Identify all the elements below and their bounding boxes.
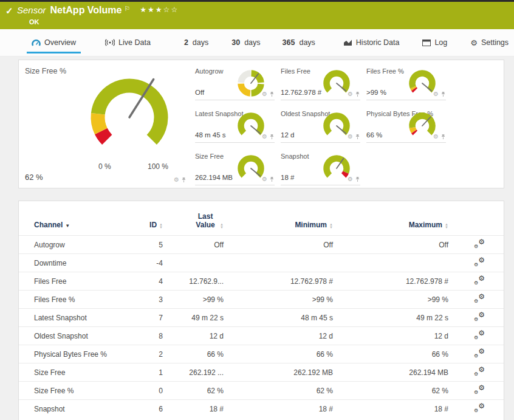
mini-gauge-title: Files Free xyxy=(281,67,310,75)
tab-overview[interactable]: Overview xyxy=(29,29,78,56)
channel-maximum: 66 % xyxy=(333,345,448,363)
mini-gauge-size-free: Size Free262.194 MB ⚙ xyxy=(195,145,275,185)
tab-live-data-label: Live Data xyxy=(118,38,151,47)
channel-minimum: 48 m 45 s xyxy=(224,309,333,327)
channel-maximum: >99 % xyxy=(333,291,448,309)
column-header-maximum[interactable]: Maximum▲▼ xyxy=(333,201,448,236)
channel-minimum xyxy=(224,254,333,272)
channel-last-value: 66 % xyxy=(163,345,224,363)
gauge-settings-gear-icon[interactable]: ⚙ xyxy=(348,91,353,97)
column-header-id[interactable]: ID▲▼ xyxy=(143,201,163,236)
channel-maximum: Off xyxy=(333,236,448,254)
mini-gauge-title: Autogrow xyxy=(195,67,223,75)
mini-gauge-value: 262.194 MB xyxy=(195,174,233,181)
channel-actions-cell: ⚙⚙ xyxy=(448,272,504,291)
column-header-channel[interactable]: Channel▼ xyxy=(19,201,143,236)
flag-icon[interactable]: ⚐ xyxy=(124,5,130,12)
channel-settings-gears-icon[interactable]: ⚙⚙ xyxy=(474,367,485,376)
channel-name: Files Free xyxy=(19,272,143,291)
channel-maximum: 49 m 22 s xyxy=(333,309,448,327)
tab-live-data[interactable]: Live Data xyxy=(103,29,153,56)
mini-gauge-title: Snapshot xyxy=(281,153,309,160)
channel-actions-cell: ⚙⚙ xyxy=(448,363,504,382)
gauge-settings-gear-icon[interactable]: ⚙ xyxy=(262,176,267,182)
table-row-snapshot: Snapshot618 #18 #18 #⚙⚙ xyxy=(19,400,504,418)
column-header-minimum[interactable]: Minimum▲▼ xyxy=(224,201,333,236)
primary-gauge-max-label: 100 % xyxy=(148,162,168,171)
tab-settings-label: Settings xyxy=(481,38,509,47)
pin-icon[interactable] xyxy=(355,91,360,97)
priority-stars[interactable]: ★★★☆☆ xyxy=(140,5,179,14)
table-row-downtime: Downtime-4⚙⚙ xyxy=(19,254,504,272)
tab-2-days[interactable]: 2 days xyxy=(182,29,211,56)
channel-last-value: 62 % xyxy=(163,382,224,400)
channel-actions-cell: ⚙⚙ xyxy=(448,327,504,345)
mini-gauge-latest-snapshot: Latest Snapshot48 m 45 s ⚙ xyxy=(195,103,275,143)
channel-settings-gears-icon[interactable]: ⚙⚙ xyxy=(474,385,485,394)
gauge-settings-gear-icon[interactable]: ⚙ xyxy=(433,134,439,140)
channel-settings-gears-icon[interactable]: ⚙⚙ xyxy=(474,294,485,303)
tab-settings[interactable]: ⚙ Settings xyxy=(468,29,511,56)
gauge-settings-gear-icon[interactable]: ⚙ xyxy=(348,134,353,140)
channel-id: 2 xyxy=(143,345,163,363)
gauge-settings-gear-icon[interactable]: ⚙ xyxy=(433,91,439,97)
gauge-settings-gear-icon[interactable]: ⚙ xyxy=(262,134,267,140)
mini-gauge-value: >99 % xyxy=(366,89,386,96)
channel-last-value: 262.192 ... xyxy=(163,363,224,382)
channel-actions-cell: ⚙⚙ xyxy=(448,309,504,327)
mini-gauge-value: 12.762.978 # xyxy=(281,89,321,96)
pin-icon[interactable] xyxy=(269,91,275,97)
channel-id: 8 xyxy=(143,327,163,345)
tab-log[interactable]: Log xyxy=(420,29,450,56)
channel-actions-cell: ⚙⚙ xyxy=(448,382,504,400)
pin-icon[interactable] xyxy=(355,134,360,140)
gear-icon: ⚙ xyxy=(470,38,478,47)
pin-icon[interactable] xyxy=(181,177,187,183)
channel-settings-gears-icon[interactable]: ⚙⚙ xyxy=(474,239,485,249)
channel-settings-gears-icon[interactable]: ⚙⚙ xyxy=(474,275,485,285)
channel-name: Size Free % xyxy=(19,382,143,400)
tab-365-days[interactable]: 365 days xyxy=(280,29,318,56)
mini-gauge-physical-bytes-free: Physical Bytes Free %66 % ⚙ xyxy=(366,103,446,143)
channel-actions-cell: ⚙⚙ xyxy=(448,236,504,254)
primary-gauge-value: 62 % xyxy=(25,173,43,182)
channel-last-value: 49 m 22 s xyxy=(163,309,224,327)
tab-2-days-label: days xyxy=(193,38,208,47)
tab-365-days-number: 365 xyxy=(283,38,295,47)
tab-30-days[interactable]: 30 days xyxy=(229,29,262,56)
primary-gauge-min-label: 0 % xyxy=(98,162,111,171)
channel-maximum: 18 # xyxy=(333,400,448,418)
tab-historic-data[interactable]: Historic Data xyxy=(341,29,402,56)
table-row-files-free: Files Free %3>99 %>99 %>99 %⚙⚙ xyxy=(19,291,504,309)
channel-settings-gears-icon[interactable]: ⚙⚙ xyxy=(474,257,485,267)
channel-settings-gears-icon[interactable]: ⚙⚙ xyxy=(474,330,485,340)
pin-icon[interactable] xyxy=(269,176,275,182)
pin-icon[interactable] xyxy=(355,176,360,182)
pin-icon[interactable] xyxy=(440,91,446,97)
channel-maximum: 12 d xyxy=(333,327,448,345)
pin-icon[interactable] xyxy=(269,134,275,140)
channel-last-value: 18 # xyxy=(163,400,224,418)
gauge-settings-gear-icon[interactable]: ⚙ xyxy=(174,177,179,183)
channel-settings-gears-icon[interactable]: ⚙⚙ xyxy=(474,312,485,322)
tab-30-days-label: days xyxy=(244,38,260,47)
channel-minimum: 12.762.978 # xyxy=(224,272,333,291)
gauge-settings-gear-icon[interactable]: ⚙ xyxy=(348,176,353,182)
pin-icon[interactable] xyxy=(440,134,446,140)
gauge-settings-gear-icon[interactable]: ⚙ xyxy=(262,91,267,97)
sort-arrows-icon: ▲▼ xyxy=(329,223,333,229)
channel-settings-gears-icon[interactable]: ⚙⚙ xyxy=(474,403,485,413)
table-row-physical-bytes-free: Physical Bytes Free %266 %66 %66 %⚙⚙ xyxy=(19,345,504,363)
tab-365-days-label: days xyxy=(299,38,315,47)
column-header-last-value[interactable]: Last Value▲▼ xyxy=(163,201,224,236)
channel-id: -4 xyxy=(143,254,163,272)
channel-id: 1 xyxy=(143,363,163,382)
channel-maximum: 12.762.978 # xyxy=(333,272,448,291)
channel-name: Files Free % xyxy=(19,291,143,309)
mini-gauge-value: 12 d xyxy=(281,131,294,139)
channel-id: 6 xyxy=(143,400,163,418)
channel-settings-gears-icon[interactable]: ⚙⚙ xyxy=(474,348,485,358)
channel-name: Snapshot xyxy=(19,400,143,418)
overview-gauges-panel: Size Free % 0 % 100 % 62 % ⚙ AutogrowOff… xyxy=(18,60,504,188)
channel-last-value: >99 % xyxy=(163,291,224,309)
